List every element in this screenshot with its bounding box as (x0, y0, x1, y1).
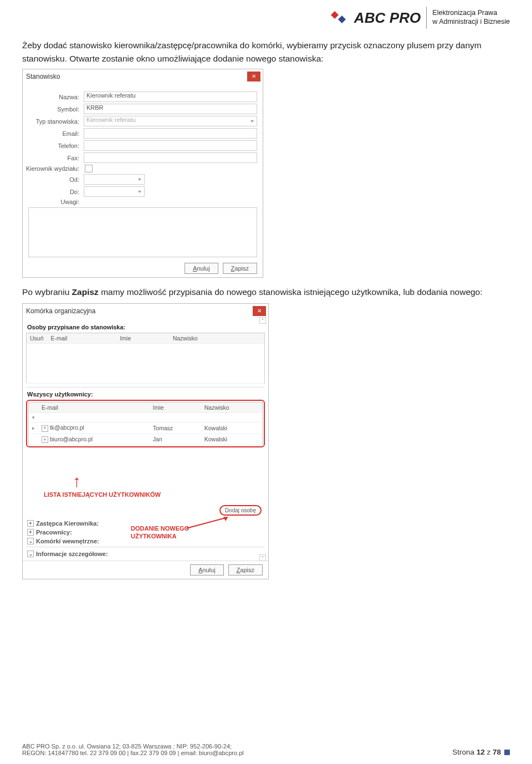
label-fax: Fax: (23, 155, 84, 161)
row-informacje: Informacje szczegółowe: (36, 551, 108, 557)
plus-icon[interactable]: + (27, 529, 34, 536)
brand-separator (426, 7, 427, 29)
plus-icon[interactable]: + (42, 425, 48, 432)
checkbox-kierownik[interactable] (85, 165, 93, 172)
label-typ: Typ stanowiska: (23, 118, 84, 125)
input-symbol[interactable]: KRBR (84, 104, 257, 114)
textarea-uwagi[interactable] (28, 207, 257, 257)
komorka-dialog-title: Komórka organizacyjna (26, 307, 95, 315)
para2-pre: Po wybraniu (22, 287, 72, 297)
th2-email: E-mail (38, 403, 150, 413)
section-wszyscy: Wszyscy użytkownicy: (26, 387, 265, 400)
th2-imie: Imie (150, 403, 201, 413)
input-fax[interactable] (84, 152, 257, 163)
footer-marker-icon (504, 750, 510, 755)
input-od[interactable] (84, 174, 145, 185)
page-number: Strona 12 z 78 (452, 748, 510, 756)
th-nazwisko: Nazwisko (170, 333, 265, 344)
label-do: Do: (23, 189, 84, 195)
svg-line-2 (186, 517, 228, 528)
para2-post: mamy możliwość przypisania do nowego sta… (99, 287, 483, 297)
row-zastepca: Zastępca Kierownika: (36, 520, 99, 527)
input-email[interactable] (84, 128, 257, 139)
brand-name: ABC PRO (354, 9, 421, 27)
cell-imie: Jan (150, 434, 201, 445)
stanowisko-dialog-title: Stanowisko (26, 73, 60, 80)
intro-paragraph-1: Żeby dodać stanowisko kierownika/zastępc… (22, 39, 510, 65)
th-usun: Usuń (27, 333, 48, 344)
label-od: Od: (23, 176, 84, 183)
label-kierownik: Kierownik wydziału: (23, 165, 84, 172)
anuluj-button[interactable]: Anuluj (185, 263, 218, 274)
close-icon[interactable]: ✕ (247, 72, 260, 82)
plus-icon[interactable]: + (27, 520, 34, 527)
scrollbar[interactable]: ˄ ˅ (259, 317, 267, 562)
input-telefon[interactable] (84, 140, 257, 151)
arrow-diag-icon (183, 515, 239, 531)
label-nazwa: Nazwa: (23, 94, 84, 100)
svg-marker-0 (331, 11, 339, 19)
anuluj-button[interactable]: Anuluj (190, 564, 224, 575)
cell-email: biuro@abcpro.pl (50, 436, 93, 442)
zapisz-button[interactable]: Zapisz (223, 263, 257, 274)
all-users-table: E-mail Imie Nazwisko ▾ ▸ + tk@abcpro.pl … (28, 402, 263, 445)
page-footer: ABC PRO Sp. z o.o. ul. Owsiana 12; 03-82… (22, 743, 510, 756)
cell-email: tk@abcpro.pl (50, 424, 84, 431)
red-highlight-box: E-mail Imie Nazwisko ▾ ▸ + tk@abcpro.pl … (26, 400, 265, 447)
footer-line2: REGON: 141847780 tel. 22 379 09 00 | fax… (22, 750, 244, 756)
label-uwagi: Uwagi: (23, 198, 84, 205)
svg-marker-3 (223, 517, 228, 521)
th2-nazwisko: Nazwisko (201, 403, 263, 413)
chevron-down-icon[interactable]: ⌄ (27, 538, 34, 544)
footer-line1: ABC PRO Sp. z o.o. ul. Owsiana 12; 03-82… (22, 743, 244, 750)
annotation-lista: LISTA ISTNIEJĄCYCH UŻYTKOWNIKÓW (44, 491, 161, 498)
cell-nazwisko: Kowalski (201, 434, 263, 445)
label-telefon: Telefon: (23, 142, 84, 149)
row-komorki: Komórki wewnętrzne: (36, 538, 99, 544)
komorka-dialog: Komórka organizacyjna ✕ Osoby przypisane… (22, 303, 269, 579)
input-nazwa[interactable]: Kierownik referatu (84, 91, 257, 102)
cell-nazwisko: Kowalski (201, 422, 263, 434)
close-icon[interactable]: ✕ (253, 306, 266, 316)
assigned-table: Usuń E-mail Imie Nazwisko (26, 333, 265, 384)
label-email: Email: (23, 130, 84, 137)
cell-imie: Tomasz (150, 422, 201, 434)
input-typ[interactable]: Kierownik referatu (84, 116, 257, 126)
th-imie: Imie (116, 333, 169, 344)
input-do[interactable] (84, 186, 145, 197)
label-symbol: Symbol: (23, 106, 84, 113)
annotation-dodanie: DODANIE NOWEGOUŻYTKOWNIKA (131, 524, 189, 541)
brand-header: ABC PRO Elektronizacja Prawa w Administr… (22, 7, 510, 29)
svg-marker-1 (338, 16, 346, 23)
brand-tagline: Elektronizacja Prawa w Administracji i B… (432, 9, 510, 26)
brand-tagline-1: Elektronizacja Prawa (432, 9, 510, 18)
plus-icon[interactable]: + (42, 436, 48, 443)
chevron-down-icon[interactable]: ⌄ (27, 551, 34, 557)
row-pracownicy: Pracownicy: (36, 529, 72, 536)
zapisz-button[interactable]: Zapisz (228, 564, 263, 575)
intro-paragraph-2: Po wybraniu Zapisz mamy możliwość przypi… (22, 286, 510, 299)
para2-bold: Zapisz (72, 287, 99, 297)
table-row[interactable]: ▸ + tk@abcpro.pl Tomasz Kowalski (29, 422, 263, 434)
stanowisko-dialog: Stanowisko ✕ Nazwa: Kierownik referatu S… (22, 69, 263, 278)
arrow-up-icon: ↑ (73, 473, 81, 490)
table-row[interactable]: + biuro@abcpro.pl Jan Kowalski (29, 434, 263, 445)
brand-tagline-2: w Administracji i Biznesie (432, 18, 510, 27)
section-osoby: Osoby przypisane do stanowiska: (26, 320, 265, 333)
brand-logo-icon (329, 9, 349, 26)
th-email: E-mail (48, 333, 117, 344)
